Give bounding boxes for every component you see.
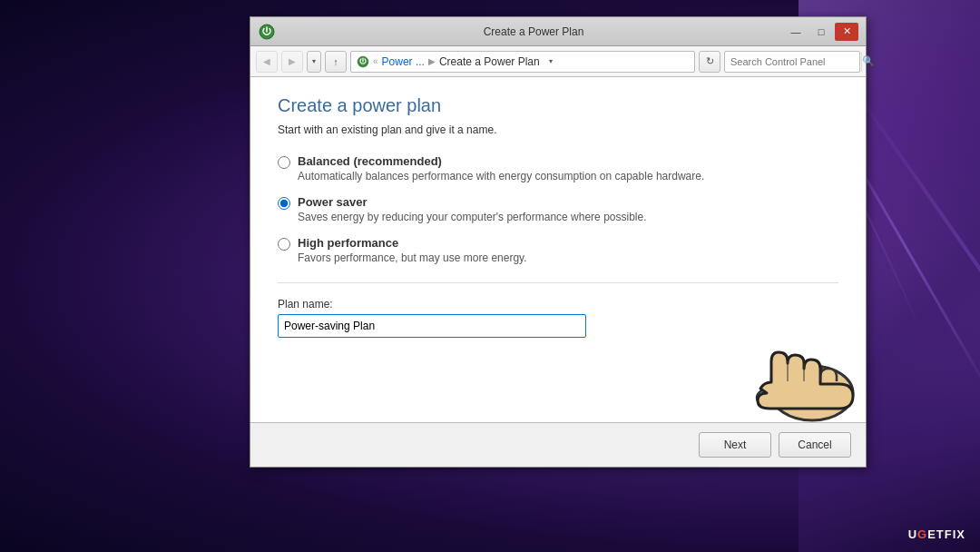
window-controls: — □ ✕ bbox=[784, 23, 858, 41]
next-button[interactable]: Next bbox=[699, 432, 771, 458]
plan-name-label: Plan name: bbox=[278, 298, 838, 310]
page-title: Create a power plan bbox=[278, 95, 838, 116]
high-performance-desc: Favors performance, but may use more ene… bbox=[298, 251, 527, 264]
power-saver-title: Power saver bbox=[298, 195, 647, 209]
window-title: Create a Power Plan bbox=[283, 25, 784, 38]
breadcrumb-dropdown-button[interactable]: ▾ bbox=[544, 52, 558, 72]
balanced-radio[interactable] bbox=[278, 156, 290, 169]
high-performance-option: High performance Favors performance, but… bbox=[278, 236, 838, 264]
high-performance-label[interactable]: High performance Favors performance, but… bbox=[278, 236, 838, 264]
plan-name-input[interactable] bbox=[278, 314, 586, 338]
page-subtitle: Start with an existing plan and give it … bbox=[278, 123, 838, 136]
power-saver-label[interactable]: Power saver Saves energy by reducing you… bbox=[278, 195, 838, 223]
control-panel-window: Create a Power Plan — □ ✕ ◀ ▶ ▾ ↑ « Powe… bbox=[250, 16, 867, 468]
search-input[interactable] bbox=[725, 56, 861, 67]
balanced-option: Balanced (recommended) Automatically bal… bbox=[278, 154, 838, 182]
breadcrumb-bar: « Power ... ▶ Create a Power Plan ▾ bbox=[350, 51, 695, 73]
history-dropdown-button[interactable]: ▾ bbox=[307, 51, 321, 73]
breadcrumb-icon bbox=[357, 55, 369, 68]
high-performance-title: High performance bbox=[298, 236, 527, 250]
plan-selection-group: Balanced (recommended) Automatically bal… bbox=[278, 154, 838, 264]
balanced-desc: Automatically balances performance with … bbox=[298, 170, 704, 182]
address-bar: ◀ ▶ ▾ ↑ « Power ... ▶ Create a Power Pla… bbox=[250, 46, 866, 77]
power-saver-radio[interactable] bbox=[278, 197, 290, 210]
section-divider bbox=[278, 282, 838, 283]
window-icon bbox=[258, 23, 276, 41]
refresh-button[interactable]: ↻ bbox=[699, 51, 720, 73]
watermark: UGETFIX bbox=[908, 527, 965, 541]
cancel-button[interactable]: Cancel bbox=[779, 432, 851, 458]
title-bar: Create a Power Plan — □ ✕ bbox=[250, 17, 866, 46]
up-button[interactable]: ↑ bbox=[325, 51, 347, 73]
power-saver-option: Power saver Saves energy by reducing you… bbox=[278, 195, 838, 223]
breadcrumb-prefix: « bbox=[373, 56, 378, 66]
balanced-label[interactable]: Balanced (recommended) Automatically bal… bbox=[278, 154, 838, 182]
power-saver-desc: Saves energy by reducing your computer's… bbox=[298, 211, 647, 223]
maximize-button[interactable]: □ bbox=[809, 23, 833, 41]
content-area: Create a power plan Start with an existi… bbox=[250, 77, 866, 422]
forward-button[interactable]: ▶ bbox=[281, 51, 303, 73]
footer: Next Cancel bbox=[250, 422, 866, 467]
breadcrumb-current: Create a Power Plan bbox=[439, 55, 540, 68]
close-button[interactable]: ✕ bbox=[835, 23, 858, 41]
high-performance-radio[interactable] bbox=[278, 238, 290, 251]
breadcrumb-arrow: ▶ bbox=[428, 56, 436, 66]
back-button[interactable]: ◀ bbox=[256, 51, 278, 73]
breadcrumb-parent[interactable]: Power ... bbox=[382, 55, 425, 68]
search-box: 🔍 bbox=[724, 51, 860, 73]
minimize-button[interactable]: — bbox=[784, 23, 808, 41]
balanced-title: Balanced (recommended) bbox=[298, 154, 704, 168]
search-button[interactable]: 🔍 bbox=[861, 52, 875, 72]
plan-name-section: Plan name: bbox=[278, 298, 838, 338]
power-icon bbox=[259, 24, 275, 40]
